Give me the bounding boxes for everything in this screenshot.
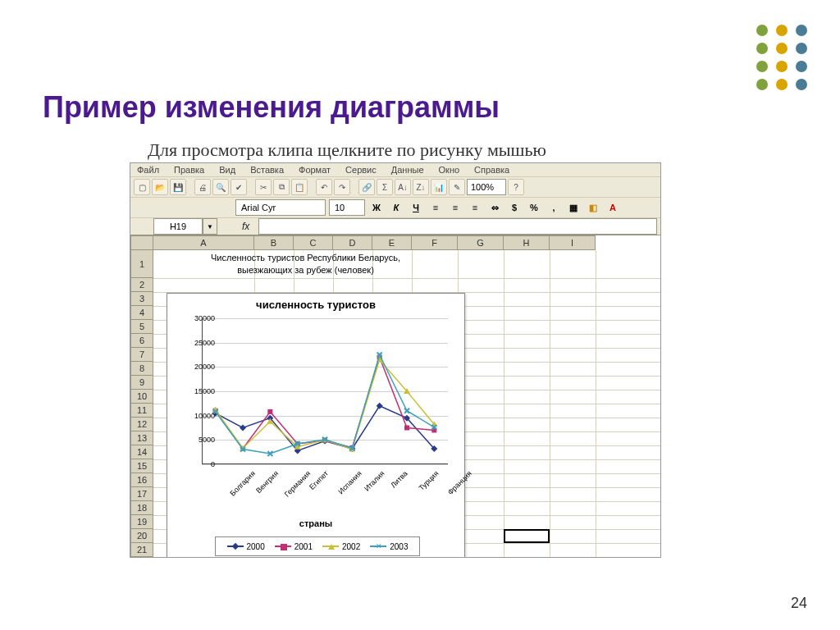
copy-icon[interactable]: ⧉	[273, 179, 290, 195]
menu-insert[interactable]: Вставка	[250, 165, 284, 175]
comma-icon[interactable]: ,	[546, 199, 562, 216]
toolbar-standard: ▢ 📂 💾 🖨 🔍 ✔ ✂ ⧉ 📋 ↶ ↷ 🔗 Σ A↓ Z↓ 📊 ✎ 100%…	[130, 177, 660, 198]
row-header-18[interactable]: 18	[130, 501, 153, 515]
embedded-chart[interactable]: численность туристов 0500010000150002000…	[167, 293, 465, 558]
col-header-f[interactable]: F	[412, 235, 458, 250]
col-header-h[interactable]: H	[504, 235, 550, 250]
row-header-5[interactable]: 5	[130, 320, 153, 334]
border-icon[interactable]: ▦	[565, 199, 582, 216]
undo-icon[interactable]: ↶	[316, 179, 332, 195]
chart-legend: 200020012002✕2003	[215, 536, 420, 556]
menu-edit[interactable]: Правка	[174, 165, 204, 175]
menu-format[interactable]: Формат	[299, 165, 331, 175]
align-right-icon[interactable]: ≡	[467, 199, 483, 216]
open-icon[interactable]: 📂	[152, 179, 168, 195]
col-header-i[interactable]: I	[550, 235, 596, 250]
zoom-field[interactable]: 100%	[467, 179, 506, 195]
formula-input[interactable]	[258, 218, 657, 235]
x-axis-title: страны	[167, 518, 464, 528]
y-tick-label: 15000	[194, 387, 215, 395]
row-header-13[interactable]: 13	[130, 431, 153, 445]
menu-file[interactable]: Файл	[137, 165, 159, 175]
font-color-icon[interactable]: A	[605, 199, 621, 216]
redo-icon[interactable]: ↷	[334, 179, 350, 195]
row-header-8[interactable]: 8	[130, 362, 153, 376]
row-header-4[interactable]: 4	[130, 306, 153, 320]
new-icon[interactable]: ▢	[134, 179, 150, 195]
legend-item-2001: 2001	[275, 542, 313, 551]
col-header-b[interactable]: B	[254, 235, 294, 250]
menu-view[interactable]: Вид	[219, 165, 235, 175]
merge-icon[interactable]: ⇔	[486, 199, 503, 216]
font-size-selector[interactable]: 10	[329, 199, 365, 216]
formula-bar: H19 ▼ fx	[130, 218, 660, 235]
x-tick-label: Испания	[336, 469, 363, 495]
row-header-9[interactable]: 9	[130, 376, 153, 390]
align-center-icon[interactable]: ≡	[447, 199, 463, 216]
row-header-21[interactable]: 21	[130, 543, 153, 557]
cut-icon[interactable]: ✂	[255, 179, 272, 195]
print-icon[interactable]: 🖨	[194, 179, 211, 195]
svg-marker-6	[377, 403, 383, 409]
save-icon[interactable]: 💾	[170, 179, 186, 195]
italic-button[interactable]: К	[388, 199, 404, 216]
bold-button[interactable]: Ж	[368, 199, 385, 216]
paste-icon[interactable]: 📋	[291, 179, 308, 195]
row-header-7[interactable]: 7	[130, 348, 153, 362]
name-box-dropdown-icon[interactable]: ▼	[203, 218, 217, 235]
row-header-15[interactable]: 15	[130, 459, 153, 473]
x-tick-label: Турция	[418, 469, 441, 492]
row-header-6[interactable]: 6	[130, 334, 153, 348]
currency-icon[interactable]: $	[506, 199, 523, 216]
underline-button[interactable]: Ч	[408, 199, 424, 216]
col-header-d[interactable]: D	[333, 235, 372, 250]
col-header-a[interactable]: A	[153, 235, 254, 250]
x-tick-label: Болгария	[228, 469, 257, 498]
column-headers: A B C D E F G H I	[130, 235, 660, 250]
row-header-3[interactable]: 3	[130, 292, 153, 306]
help-icon[interactable]: ?	[508, 179, 524, 195]
row-header-1[interactable]: 1	[130, 250, 153, 278]
menu-window[interactable]: Окно	[439, 165, 460, 175]
menu-help[interactable]: Справка	[474, 165, 509, 175]
row-headers: 123456789101112131415161718192021	[130, 250, 153, 557]
preview-icon[interactable]: 🔍	[212, 179, 229, 195]
select-all-button[interactable]	[130, 235, 153, 250]
excel-window[interactable]: Файл Правка Вид Вставка Формат Сервис Да…	[130, 162, 661, 558]
drawing-icon[interactable]: ✎	[449, 179, 465, 195]
selection-cursor	[504, 529, 550, 543]
chart-icon[interactable]: 📊	[431, 179, 447, 195]
menu-data[interactable]: Данные	[391, 165, 424, 175]
percent-icon[interactable]: %	[526, 199, 542, 216]
row-header-11[interactable]: 11	[130, 404, 153, 418]
col-header-e[interactable]: E	[372, 235, 412, 250]
row-header-10[interactable]: 10	[130, 390, 153, 404]
name-box[interactable]: H19	[153, 218, 203, 235]
menu-tools[interactable]: Сервис	[345, 165, 377, 175]
spreadsheet-grid[interactable]: A B C D E F G H I 1234567891011121314151…	[130, 235, 660, 558]
svg-rect-16	[404, 426, 409, 431]
x-tick-label: Египет	[308, 469, 330, 491]
col-header-g[interactable]: G	[458, 235, 504, 250]
font-selector[interactable]: Arial Cyr	[235, 199, 326, 216]
row-header-17[interactable]: 17	[130, 487, 153, 501]
sum-icon[interactable]: Σ	[377, 179, 393, 195]
y-tick-label: 25000	[194, 339, 215, 347]
fx-icon[interactable]: fx	[242, 221, 258, 232]
cell-a1-title: Численность туристов Республики Беларусь…	[153, 250, 458, 280]
slide-title: Пример изменения диаграммы	[43, 90, 500, 125]
sort-asc-icon[interactable]: A↓	[395, 179, 411, 195]
row-header-2[interactable]: 2	[130, 278, 153, 292]
spell-icon[interactable]: ✔	[231, 179, 247, 195]
row-header-19[interactable]: 19	[130, 515, 153, 529]
sort-desc-icon[interactable]: Z↓	[413, 179, 429, 195]
align-left-icon[interactable]: ≡	[427, 199, 444, 216]
row-header-14[interactable]: 14	[130, 445, 153, 459]
col-header-c[interactable]: C	[294, 235, 333, 250]
row-header-16[interactable]: 16	[130, 473, 153, 487]
row-header-12[interactable]: 12	[130, 418, 153, 431]
row-header-20[interactable]: 20	[130, 529, 153, 543]
link-icon[interactable]: 🔗	[358, 179, 375, 195]
fill-color-icon[interactable]: ◧	[585, 199, 601, 216]
chart-plot-area	[202, 318, 448, 464]
